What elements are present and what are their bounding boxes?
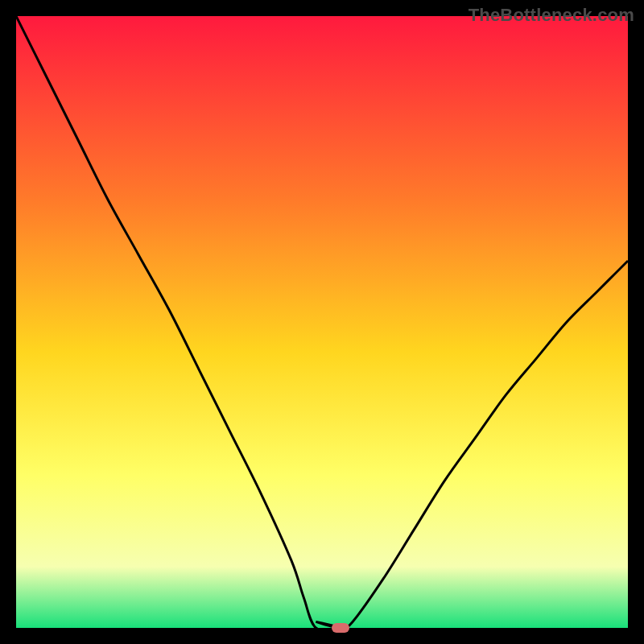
optimal-point-marker (332, 623, 349, 633)
plot-area (16, 16, 628, 628)
chart-frame: TheBottleneck.com (0, 0, 644, 644)
watermark-text: TheBottleneck.com (469, 5, 634, 26)
gradient-background (16, 16, 628, 628)
plot-svg (16, 16, 628, 628)
